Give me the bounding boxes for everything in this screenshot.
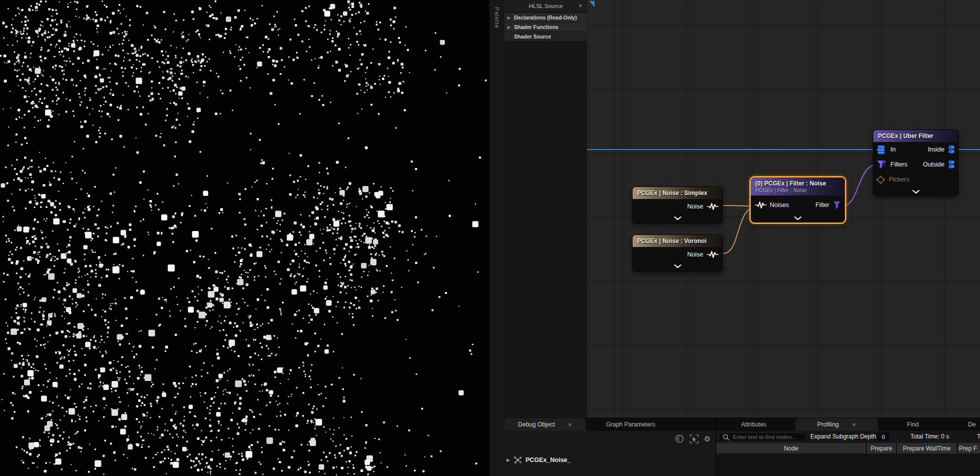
tab-label: Debug Object [518, 421, 555, 428]
hlsl-item-label: Shader Source [514, 34, 551, 40]
pin-label-inside: Inside [928, 146, 944, 153]
node-header[interactable]: (0) PCGEx | Filter : Noise PCGEx | Filte… [751, 178, 845, 196]
gear-icon[interactable]: ⚙ [704, 434, 711, 444]
node-header[interactable]: PCGEx | Uber Filter [873, 130, 958, 142]
pin-label-outside: Outside [923, 161, 944, 168]
points-data-pin-icon[interactable] [948, 160, 955, 169]
expander-triangle-icon[interactable]: ▶ [508, 16, 512, 20]
navigate-back-icon[interactable] [675, 434, 684, 444]
points-data-pin-icon[interactable] [948, 145, 955, 154]
funnel-pin-icon[interactable] [833, 201, 841, 210]
pin-label-pickers: Pickers [889, 176, 909, 183]
find-nodes-search[interactable] [718, 432, 806, 442]
total-time-label: Total Time: 0 s [910, 433, 949, 440]
chevron-down-icon [794, 216, 801, 220]
chevron-down-icon [674, 264, 681, 268]
pin-label-filter-out: Filter [815, 202, 829, 208]
close-icon[interactable]: ✕ [568, 422, 572, 428]
clipped-right-label: T [977, 433, 980, 440]
node-collapse-chevron[interactable] [873, 187, 958, 196]
tab-label: Find [907, 421, 918, 428]
tab-label: Attributes [741, 421, 767, 428]
profiling-panel: Attributes Profiling ✕ Find De Expand Su… [716, 418, 980, 476]
tab-label: Profiling [817, 421, 839, 428]
filters-pin-icon[interactable] [876, 160, 886, 169]
node-collapse-chevron[interactable] [633, 262, 722, 270]
close-icon[interactable]: ✕ [852, 422, 856, 428]
node-header[interactable]: PCGEx | Noise : Voronoi [633, 235, 722, 247]
tab-label: Graph Parameters [606, 421, 656, 428]
palette-sidebar-tab[interactable]: Palette [488, 0, 505, 476]
tab-graph-parameters[interactable]: Graph Parameters [586, 418, 676, 431]
expander-triangle-icon[interactable]: ▶ [507, 458, 510, 462]
pin-label-noise-out: Noise [687, 203, 703, 210]
hlsl-item-shader-source[interactable]: ▶ Shader Source [505, 32, 587, 41]
expand-subgraph-depth-value[interactable]: 0 [877, 432, 889, 441]
point-cloud-canvas [0, 0, 488, 476]
column-header-prepare[interactable]: Prepare [867, 443, 896, 454]
tab-label: De [968, 421, 975, 428]
search-input[interactable] [732, 434, 799, 440]
search-icon [723, 434, 729, 440]
column-header-node[interactable]: Node [716, 443, 866, 454]
waveform-pin-icon[interactable] [707, 202, 719, 211]
tab-debug-object[interactable]: Debug Object ✕ [505, 418, 586, 431]
palette-tab-label: Palette [494, 7, 500, 28]
node-title: PCGEx | Noise : Simplex [637, 190, 707, 196]
tab-debug-clipped[interactable]: De [948, 418, 980, 431]
waveform-pin-icon[interactable] [755, 200, 767, 210]
hlsl-item-declarations[interactable]: ▶ Declarations (Read-Only) [505, 13, 587, 22]
node-collapse-chevron[interactable] [751, 214, 845, 222]
tab-find[interactable]: Find [878, 418, 948, 431]
node-title: PCGEx | Uber Filter [878, 132, 933, 140]
node-subtitle: PCGEx | Filter : Noise [755, 187, 840, 193]
hlsl-source-panel: HLSL Source ✕ ▶ Declarations (Read-Only)… [505, 0, 587, 418]
node-header[interactable]: PCGEx | Noise : Simplex [633, 187, 722, 199]
pin-label-noises-in: Noises [770, 202, 789, 208]
pcg-node-graph[interactable]: PCGEx | Noise : Simplex Noise PCGEx | No… [587, 0, 980, 418]
pcg-graph-icon [514, 456, 522, 464]
node-noise-voronoi[interactable]: PCGEx | Noise : Voronoi Noise [632, 234, 723, 272]
wire-filter-to-uber [843, 164, 877, 206]
node-uber-filter[interactable]: PCGEx | Uber Filter In Inside [873, 130, 958, 196]
pcg-3d-viewport[interactable] [0, 0, 488, 476]
hlsl-item-shader-functions[interactable]: ▶ Shader Functions [505, 22, 587, 32]
column-header-prepare-walltime[interactable]: Prepare WallTime [897, 443, 956, 454]
debug-object-panel: Debug Object ✕ Graph Parameters ⚙ ▶ [505, 418, 716, 476]
debug-tree-item-label: PCGEx_Noise_ [526, 456, 571, 464]
column-header-prep-flops-clipped[interactable]: Prep F [957, 443, 980, 454]
pickers-pin-icon[interactable] [876, 176, 885, 184]
chevron-down-icon [912, 190, 919, 194]
pin-label-noise-out: Noise [687, 251, 703, 258]
waveform-pin-icon[interactable] [707, 250, 719, 259]
graph-corner-marker [589, 1, 595, 7]
unreal-pcg-editor: { "palette": { "label": "Palette" }, "hl… [0, 0, 980, 476]
hlsl-source-title: HLSL Source [529, 3, 563, 9]
expander-triangle-icon[interactable]: ▶ [508, 25, 512, 30]
points-data-pin-icon[interactable] [876, 145, 886, 154]
pin-label-filters: Filters [890, 161, 907, 168]
hlsl-item-label: Declarations (Read-Only) [514, 14, 577, 20]
profiling-table-header: Node Prepare Prepare WallTime Prep F [716, 443, 980, 454]
tab-attributes[interactable]: Attributes [716, 418, 791, 431]
hlsl-source-tab[interactable]: HLSL Source ✕ [505, 0, 587, 12]
expand-subgraph-depth-label: Expand Subgraph Depth [810, 433, 876, 440]
node-title: (0) PCGEx | Filter : Noise [755, 180, 840, 187]
pin-label-in: In [890, 146, 895, 153]
node-title: PCGEx | Noise : Voronoi [637, 238, 707, 244]
node-noise-simplex[interactable]: PCGEx | Noise : Simplex Noise [632, 186, 723, 224]
hlsl-item-label: Shader Functions [514, 24, 559, 30]
tab-profiling[interactable]: Profiling ✕ [795, 418, 878, 431]
chevron-down-icon [674, 216, 681, 220]
node-filter-noise-selected[interactable]: (0) PCGEx | Filter : Noise PCGEx | Filte… [749, 176, 846, 224]
select-in-graph-icon[interactable] [690, 434, 699, 444]
node-collapse-chevron[interactable] [633, 214, 722, 222]
debug-tree-item[interactable]: ▶ PCGEx_Noise_ [507, 456, 571, 464]
close-icon[interactable]: ✕ [579, 2, 583, 10]
